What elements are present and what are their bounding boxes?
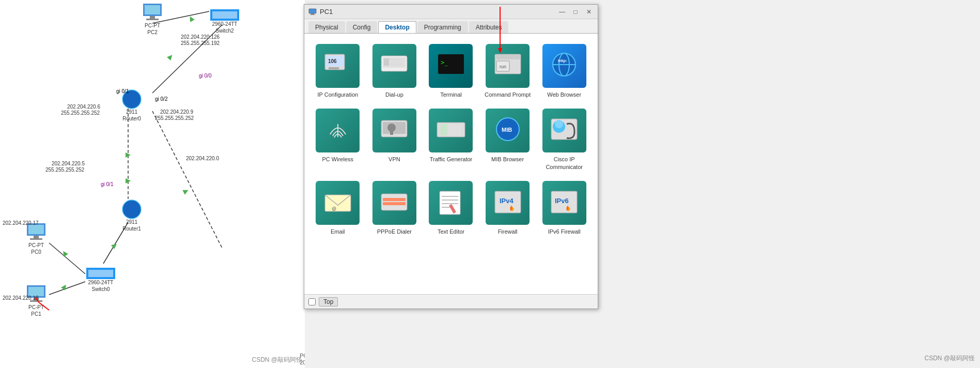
app-text-editor[interactable]: Text Editor — [425, 178, 477, 238]
app-dial-up[interactable]: Dial-up — [369, 41, 421, 101]
svg-rect-44 — [440, 191, 460, 214]
window-title: PC1 — [320, 8, 333, 16]
app-pc-wireless[interactable]: PC Wireless — [312, 106, 364, 173]
svg-point-38 — [555, 120, 563, 128]
tab-attributes[interactable]: Attributes — [469, 21, 509, 33]
close-button[interactable]: ✕ — [584, 7, 594, 17]
app-ip-configuration[interactable]: 106 IP Configuration — [312, 41, 364, 101]
app-command-prompt[interactable]: run Command Prompt — [482, 41, 534, 101]
minimize-button[interactable]: — — [557, 7, 567, 17]
desktop-area: 106 IP Configuration Dia — [304, 34, 598, 302]
app-label-dialup: Dial-up — [385, 91, 403, 98]
app-label-wireless: PC Wireless — [322, 156, 354, 163]
app-label-ipv6fw: IPv6 Firewall — [548, 228, 581, 235]
maximize-button[interactable]: □ — [571, 7, 580, 17]
tab-physical[interactable]: Physical — [308, 21, 345, 33]
tab-bar: Physical Config Desktop Programming Attr… — [304, 19, 598, 34]
window-titlebar: PC1 — □ ✕ — [304, 5, 598, 19]
app-label-pppoe: PPPoE Dialer — [377, 228, 412, 235]
app-label-vpn: VPN — [388, 156, 400, 163]
svg-rect-27 — [390, 131, 393, 135]
svg-rect-11 — [390, 63, 402, 66]
svg-text:>_: >_ — [441, 59, 448, 66]
svg-rect-42 — [383, 198, 406, 201]
tab-config[interactable]: Config — [346, 21, 378, 33]
svg-rect-15 — [495, 54, 521, 59]
svg-text:run: run — [500, 64, 506, 69]
app-pppoe[interactable]: PPPoE Dialer — [369, 178, 421, 238]
svg-point-26 — [387, 124, 396, 132]
window-controls: — □ ✕ — [557, 7, 594, 17]
svg-rect-1 — [311, 13, 314, 14]
svg-text:IPv4: IPv4 — [500, 197, 514, 205]
app-email[interactable]: @ Email — [312, 178, 364, 238]
app-label-email: Email — [331, 228, 345, 235]
app-firewall[interactable]: IPv4 Firewall — [482, 178, 534, 238]
pc-icon — [308, 8, 317, 16]
app-cisco-ip[interactable]: Cisco IP Communicator — [538, 106, 590, 173]
app-label-traffic: Traffic Generator — [430, 156, 473, 163]
app-ipv6-firewall[interactable]: IPv6 IPv6 Firewall — [538, 178, 590, 238]
svg-text:106: 106 — [328, 58, 337, 64]
app-label-terminal: Terminal — [440, 91, 462, 98]
app-mib-browser[interactable]: MIB MIB Browser — [482, 106, 534, 173]
app-grid: 106 IP Configuration Dia — [309, 39, 593, 240]
app-label-web: Web Browser — [547, 91, 581, 98]
watermark: CSDN @敲码阿怪 — [924, 354, 975, 363]
svg-marker-29 — [441, 124, 447, 135]
top-checkbox[interactable] — [308, 298, 316, 305]
svg-text:MIB: MIB — [502, 127, 512, 133]
app-label-mib: MIB Browser — [491, 156, 524, 163]
svg-rect-39 — [325, 195, 351, 211]
network-diagram — [0, 0, 305, 368]
tab-desktop[interactable]: Desktop — [378, 21, 416, 33]
svg-text:http:: http: — [558, 58, 567, 63]
svg-text:@: @ — [332, 206, 336, 211]
svg-rect-43 — [383, 202, 406, 205]
app-label-ip: IP Configuration — [317, 91, 358, 98]
svg-rect-2 — [310, 14, 315, 15]
svg-rect-32 — [457, 124, 461, 135]
app-vpn[interactable]: VPN — [369, 106, 421, 173]
app-label-cmd: Command Prompt — [485, 91, 531, 98]
app-web-browser[interactable]: http: Web Browser — [538, 41, 590, 101]
app-label-text: Text Editor — [438, 228, 464, 235]
pc1-window: PC1 — □ ✕ Physical Config Desktop Progra… — [304, 4, 598, 309]
tab-programming[interactable]: Programming — [417, 21, 468, 33]
svg-rect-0 — [309, 9, 316, 13]
top-label: Top — [319, 297, 338, 306]
app-label-firewall: Firewall — [498, 228, 518, 235]
svg-rect-30 — [448, 124, 452, 135]
svg-rect-10 — [390, 58, 402, 62]
app-traffic-generator[interactable]: Traffic Generator — [425, 106, 477, 173]
svg-rect-31 — [453, 124, 457, 135]
app-terminal[interactable]: >_ Terminal — [425, 41, 477, 101]
window-bottom-bar: Top — [304, 294, 598, 309]
svg-rect-9 — [384, 58, 389, 66]
title-left: PC1 — [308, 8, 333, 16]
svg-text:IPv6: IPv6 — [555, 197, 569, 205]
svg-rect-6 — [329, 67, 339, 69]
app-label-cisco: Cisco IP Communicator — [541, 156, 587, 171]
